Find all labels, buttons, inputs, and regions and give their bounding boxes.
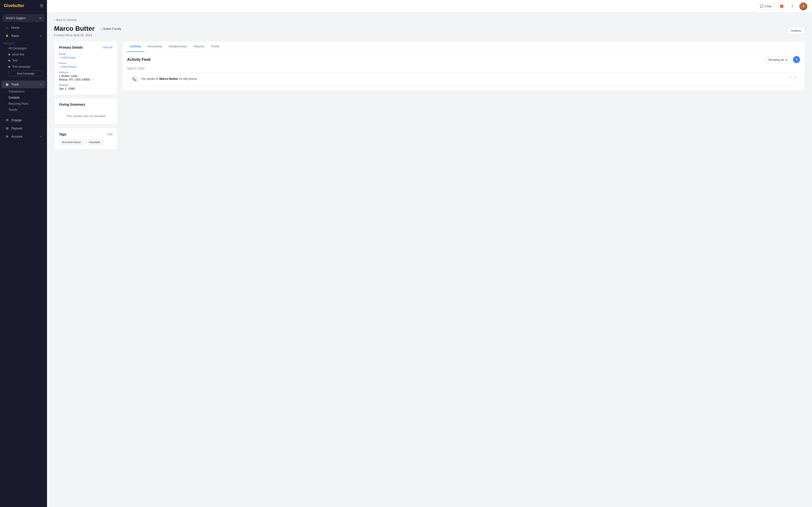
help-icon: ? [791, 4, 793, 8]
feed-filter-dropdown[interactable]: Showing all ∨ [765, 56, 791, 63]
household-icon: ⌂ [100, 27, 102, 31]
app-logo: Givebutter [4, 3, 24, 8]
card-header: Primary Details View All [59, 46, 112, 49]
tag-badge: volunteer [86, 139, 103, 145]
chat-button[interactable]: 💬 Chat [757, 3, 774, 9]
sidebar-item-payouts[interactable]: ⊞ Payouts [1, 124, 46, 132]
add-email-link[interactable]: + Add Email [59, 56, 112, 59]
gift-button[interactable]: 🎁 [778, 3, 785, 10]
sidebar-item-label: Engage [11, 118, 22, 122]
birthday-label: Birthday [59, 83, 112, 87]
sidebar-subitem-contacts[interactable]: Contacts [0, 95, 47, 101]
hamburger-icon[interactable]: ☰ [40, 3, 43, 8]
expand-icon[interactable]: ∨ [794, 75, 797, 79]
recent-label: RECENT [0, 41, 47, 45]
activity-contact-name: Marco Butter [159, 77, 178, 80]
sidebar-item-track[interactable]: ▦ Track ∧ [1, 80, 46, 88]
sidebar-subitem-test-campaign[interactable]: Test campaign [0, 64, 47, 70]
household-name: Butter Family [103, 27, 121, 31]
engage-icon: ✉ [5, 118, 9, 122]
help-button[interactable]: ? [789, 3, 796, 10]
sidebar-item-raise[interactable]: ⚡ Raise ∧ [1, 32, 46, 40]
nav-divider [0, 78, 47, 79]
content-grid: Primary Details View All Email + Add Ema… [54, 41, 805, 150]
dot-icon [8, 66, 10, 68]
gift-icon: 🎁 [779, 4, 783, 8]
tags-card-header: Tags Edit [59, 132, 112, 136]
avatar[interactable]: J [799, 2, 807, 10]
activity-feed-header: Activity Feed Showing all ∨ + [127, 56, 800, 63]
new-campaign-button[interactable]: New Campaign [8, 71, 43, 76]
left-column: Primary Details View All Email + Add Ema… [54, 41, 117, 150]
copy-address-icon[interactable]: ⎘ [92, 78, 94, 81]
activity-post-text: on the phone [178, 77, 197, 80]
sidebar: Givebutter ☰ Jesse's Joggers ∧ ⌂ Home ⚡ … [0, 0, 47, 507]
raise-icon: ⚡ [5, 34, 9, 38]
filter-label: Showing all [768, 58, 784, 61]
chat-label: Chat [765, 4, 771, 8]
sidebar-item-label: Track [11, 82, 19, 86]
org-selector[interactable]: Jesse's Joggers ∧ [2, 14, 45, 22]
contact-name: Marco Butter [54, 25, 95, 33]
sidebar-subitem-jesse-test[interactable]: jesse test [0, 51, 47, 58]
activity-item-actions: ••• ∨ [789, 75, 797, 79]
phone-call-icon [131, 75, 138, 83]
tab-reports[interactable]: Reports [190, 41, 208, 52]
back-chevron: ‹ [54, 18, 55, 21]
contact-header: Marco Butter ⌂ Butter Family [54, 25, 123, 33]
sidebar-item-label: Payouts [11, 126, 22, 130]
topbar: 💬 Chat 🎁 ? J [47, 0, 812, 13]
edit-tags-link[interactable]: Edit [108, 133, 112, 136]
contact-header-block: Marco Butter ⌂ Butter Family Contact sin… [54, 25, 123, 41]
sidebar-header: Givebutter ☰ [0, 0, 47, 12]
sidebar-item-home[interactable]: ⌂ Home [1, 24, 46, 32]
primary-details-title: Primary Details [59, 46, 83, 49]
page-content: ‹ Back to contacts Marco Butter ⌂ Butter… [47, 13, 812, 507]
account-chevron: ∨ [40, 135, 42, 138]
tab-relationships[interactable]: Relationships [165, 41, 190, 52]
main-area: 💬 Chat 🎁 ? J ‹ Back to contacts Marco Bu… [47, 0, 812, 507]
view-all-link[interactable]: View All [103, 46, 112, 49]
filter-chevron: ∨ [785, 58, 788, 61]
sidebar-subitem-test[interactable]: Test [0, 58, 47, 64]
household-badge[interactable]: ⌂ Butter Family [98, 26, 123, 32]
address-line2: Ithaca, NY, USA 14850 ⎘ [59, 78, 112, 81]
page-header-row: Marco Butter ⌂ Butter Family Contact sin… [54, 25, 805, 41]
giving-empty-text: This contact has not donated [59, 110, 112, 120]
account-icon: ⚙ [5, 135, 9, 138]
track-chevron: ∧ [40, 83, 42, 86]
recent-item-3: Test campaign [12, 65, 30, 68]
sidebar-subitem-tickets[interactable]: Tickets [0, 107, 47, 113]
giving-summary-card: Giving Summary This contact has not dona… [54, 98, 117, 125]
activity-feed-title: Activity Feed [127, 58, 151, 62]
payouts-icon: ⊞ [5, 126, 9, 130]
contact-since: Contact since April 26, 2023 [54, 33, 123, 37]
sidebar-item-account[interactable]: ⚙ Account ∨ [1, 133, 46, 140]
more-options-icon[interactable]: ••• [789, 76, 793, 78]
actions-button[interactable]: Actions [787, 27, 805, 34]
tab-activity[interactable]: Activity [126, 41, 144, 52]
primary-details-card: Primary Details View All Email + Add Ema… [54, 41, 117, 95]
sidebar-subitem-all-campaigns[interactable]: All Campaigns [0, 45, 47, 51]
back-to-contacts[interactable]: ‹ Back to contacts [54, 18, 805, 21]
chat-icon: 💬 [760, 4, 764, 8]
dot-icon [8, 54, 10, 55]
org-name: Jesse's Joggers [6, 16, 26, 20]
sidebar-item-label: Raise [11, 34, 19, 38]
add-activity-button[interactable]: + [793, 56, 800, 63]
raise-chevron: ∧ [40, 34, 42, 37]
tab-household[interactable]: Household [144, 41, 165, 52]
tab-profile[interactable]: Profile [208, 41, 223, 52]
nav-divider-2 [0, 114, 47, 115]
birthday-value: Jan 1, 1990 [59, 87, 112, 91]
sidebar-item-engage[interactable]: ✉ Engage [1, 116, 46, 124]
recent-item-1: jesse test [12, 53, 24, 56]
tabs-header: Activity Household Relationships Reports… [122, 41, 805, 52]
track-icon: ▦ [5, 82, 9, 86]
sidebar-subitem-transactions[interactable]: Transactions [0, 89, 47, 95]
sidebar-subitem-recurring-plans[interactable]: Recurring Plans [0, 101, 47, 107]
email-label: Email [59, 53, 112, 55]
add-phone-link[interactable]: + Add Phone [59, 65, 112, 68]
sidebar-item-label: Account [11, 135, 22, 138]
home-icon: ⌂ [5, 26, 9, 30]
